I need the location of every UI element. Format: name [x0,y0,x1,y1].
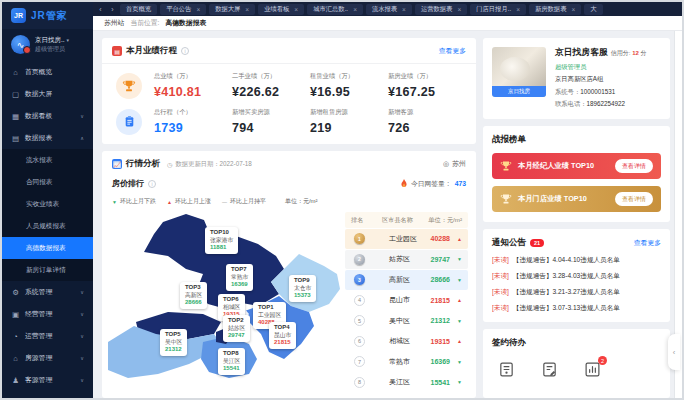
list-item[interactable]: [未读]【违规通告】3.07-3.13违规人员名单 [492,304,661,313]
profile-card: 京日找房 京日找房客服 信用分: 12 分 超级管理员 京日高新区店A组 系统号… [483,38,670,119]
up-arrow-icon: ▲ [450,297,462,303]
chevron-down-icon: ∨ [80,113,84,119]
profile-photo: 京日找房 [492,47,546,97]
performance-more-link[interactable]: 查看更多 [439,46,466,56]
table-row[interactable]: 3 高新区 28666 ▼ [345,270,468,290]
close-icon[interactable]: × [457,6,461,13]
notice-more-link[interactable]: 查看更多 [634,238,661,248]
close-icon[interactable]: × [353,6,357,13]
sidebar-item-dashboard[interactable]: ▦ 数据看板 ∨ [2,105,93,127]
performance-card: ▤ 本月业绩行程 i 查看更多 总业绩（万） ¥410.81 [102,38,476,144]
edit-doc-icon[interactable] [541,361,558,378]
sidebar-subitem-staff-report[interactable]: 人员规模报表 [2,215,93,237]
profile-name: 京日找房客服 [555,47,608,59]
price-ranking-table: 排名 区市县名称 单位：元/m² 1 工业园区 40288 ▲ [345,212,468,398]
view-detail-button[interactable]: 查看详情 [615,192,653,206]
table-row[interactable]: 2 姑苏区 29747 ▼ [345,250,468,270]
market-card: 📈 行情分析 ◷数据更新日期：2022-07-18 ◎苏州 房价排行 i 今日网… [102,151,476,398]
close-icon[interactable]: × [294,6,298,13]
signing-todo-title: 签约待办 [492,337,661,349]
sidebar-item-housing[interactable]: ⌂ 房源管理 ∨ [2,347,93,369]
tab-newhouse-data[interactable]: 新房数据表× [529,4,581,15]
tabs-forward-button[interactable]: › [108,6,117,13]
sidebar-item-operations[interactable]: ◔ 运营管理 ∨ [2,325,93,347]
flat-icon: — [222,199,227,205]
table-row[interactable]: 7 常熟市 16369 ▼ [345,352,468,372]
sidebar-item-bigscreen[interactable]: ▢ 数据大屏 [2,83,93,105]
down-arrow-icon: ▼ [450,318,462,324]
table-row[interactable]: 5 吴中区 21312 ▼ [345,311,468,331]
tab-perf-board[interactable]: 业绩看板× [258,4,304,15]
sidebar-item-system[interactable]: ⚙ 系统管理 ∨ [2,281,93,303]
sidebar-item-business[interactable]: ▣ 经营管理 ∨ [2,303,93,325]
agent-top10-banner[interactable]: 本月经纪人业绩 TOP10 查看详情 [492,153,661,179]
map-legend: ▼环比上月下跌 ▲环比上月上涨 —环比上月持平 单位：元/m² [102,191,476,210]
map-callout-top8: TOP8 吴江区 15541 [218,348,245,375]
chart-icon: 📈 [112,159,122,169]
sidebar-item-signing[interactable]: ✎ 签约管理 ∨ [2,391,93,398]
reports-submenu: 流水报表 合同报表 实收业绩表 人员规模报表 高德数据报表 新房订单详情 [2,149,93,281]
close-icon[interactable]: × [571,6,575,13]
tab-operation-data[interactable]: 运营数据表× [415,4,467,15]
user-avatar[interactable]: ∿ [11,35,30,54]
close-icon[interactable]: × [516,6,520,13]
tab-bigscreen[interactable]: 数据大屏× [209,4,255,15]
daily-sign-count: 今日网签量：473 [400,179,466,189]
sidebar: JR JR管家 ∿ 京日找房.. ▾ 超级管理员 ⌂ 首页概览 ▢ 数据大屏 ▦… [2,2,93,398]
report-icon: ▤ [11,134,20,143]
list-item[interactable]: [未读]【违规通告】3.28-4.03违规人员名单 [492,272,661,281]
up-arrow-icon: ▲ [450,236,462,242]
table-row[interactable]: 6 相城区 19315 ▲ [345,332,468,352]
close-icon[interactable]: × [245,6,249,13]
sidebar-subitem-contract-report[interactable]: 合同报表 [2,171,93,193]
tab-partial[interactable]: 大 [584,4,602,15]
view-detail-button[interactable]: 查看详情 [615,159,653,173]
app-window: JR JR管家 ∿ 京日找房.. ▾ 超级管理员 ⌂ 首页概览 ▢ 数据大屏 ▦… [0,0,684,400]
panel-collapse-handle[interactable]: ‹ [668,334,680,370]
sidebar-item-customers[interactable]: ♟ 客源管理 ∨ [2,369,93,391]
stat-total-trips: 总行程（个） 1739 [154,108,232,135]
tab-home[interactable]: 首页概览 [120,4,157,15]
logo-bar: JR JR管家 [2,2,93,29]
performance-card-title: 本月业绩行程 [126,45,177,57]
sidebar-user[interactable]: ∿ 京日找房.. ▾ 超级管理员 [2,29,93,61]
suzhou-districts-map[interactable]: TOP10 张家港市 11881 TOP7 常熟市 16369 TOP3 [108,212,340,380]
up-arrow-icon: ▲ [167,199,172,205]
user-name[interactable]: 京日找房.. ▾ [35,36,69,45]
sidebar-subitem-income-report[interactable]: 实收业绩表 [2,193,93,215]
tab-platform-notice[interactable]: 平台公告× [160,4,206,15]
tabs-back-button[interactable]: ‹ [96,6,105,13]
ranking-table-header: 排名 区市县名称 单位：元/m² [345,212,468,228]
table-row[interactable]: 8 吴江区 15541 ▼ [345,373,468,393]
sidebar-subitem-newhouse-orders[interactable]: 新房订单详情 [2,259,93,281]
position-label: 当前位置: [130,18,159,28]
down-arrow-icon: ▼ [112,199,117,205]
blue-medal-icon: 3 [354,274,365,285]
list-item[interactable]: [未读]【违规通告】4.04-4.10违规人员名单 [492,256,661,265]
tab-city-summary[interactable]: 城市汇总数..× [307,4,363,15]
report-chart-icon[interactable]: 2 [584,361,601,378]
sidebar-subitem-gaode-report[interactable]: 高德数据报表 [2,237,93,259]
site-label[interactable]: 苏州站 [104,18,124,28]
city-selector[interactable]: ◎苏州 [443,159,466,169]
list-item[interactable]: [未读]【违规通告】3.21-3.27违规人员名单 [492,288,661,297]
sidebar-item-reports[interactable]: ▤ 数据报表 ∧ [2,127,93,149]
close-icon[interactable]: × [196,6,200,13]
sidebar-subitem-flow-report[interactable]: 流水报表 [2,149,93,171]
chevron-up-icon: ∧ [80,135,84,141]
home-icon: ⌂ [11,68,20,77]
table-row[interactable]: 4 昆山市 21815 ▲ [345,291,468,311]
tab-bar: ‹ › 首页概览 平台公告× 数据大屏× 业绩看板× 城市汇总数..× 流水报表… [93,2,682,16]
tab-flow-report[interactable]: 流水报表× [366,4,412,15]
silver-medal-icon: 2 [354,254,365,265]
gold-medal-icon: 1 [354,233,365,244]
map-callout-top7: TOP7 常熟市 16369 [226,264,253,291]
store-top10-banner[interactable]: 本月门店业绩 TOP10 查看详情 [492,186,661,212]
notice-title: 通知公告 [492,237,526,249]
sidebar-item-home[interactable]: ⌂ 首页概览 [2,61,93,83]
tab-store-daily[interactable]: 门店日报月..× [470,4,526,15]
contract-doc-icon[interactable] [498,361,515,378]
table-row[interactable]: 1 工业园区 40288 ▲ [345,229,468,249]
info-icon: i [181,47,189,55]
close-icon[interactable]: × [402,6,406,13]
